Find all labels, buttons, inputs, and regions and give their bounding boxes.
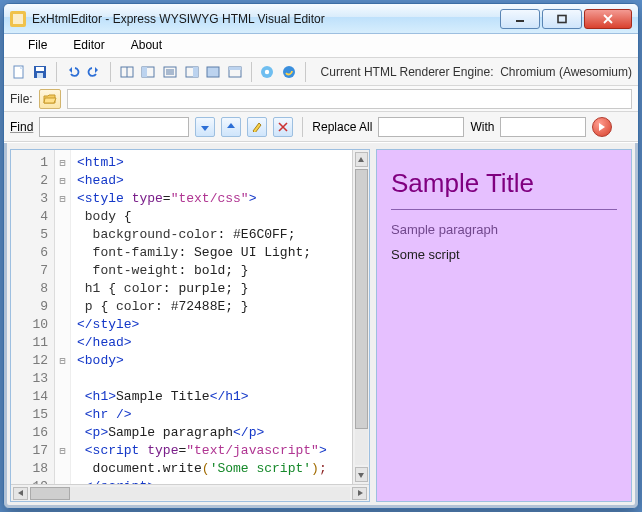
close-button[interactable] — [584, 9, 632, 29]
line-number-gutter: 123456789101112131415161718192021 — [11, 150, 55, 484]
toolbar-separator — [56, 62, 57, 82]
replace-go-button[interactable] — [592, 117, 612, 137]
toolbar-separator — [305, 62, 306, 82]
app-window: ExHtmlEditor - Express WYSIWYG HTML Visu… — [3, 3, 639, 509]
with-label: With — [470, 120, 494, 134]
menu-editor[interactable]: Editor — [61, 34, 116, 57]
maximize-button[interactable] — [542, 9, 582, 29]
find-next-button[interactable] — [195, 117, 215, 137]
svg-rect-5 — [36, 67, 44, 71]
preview-pane: Sample Title Sample paragraph Some scrip… — [376, 149, 632, 502]
svg-rect-2 — [558, 15, 566, 22]
layout-code-button[interactable] — [226, 62, 244, 82]
vertical-scrollbar[interactable] — [352, 150, 369, 484]
preview-heading: Sample Title — [391, 168, 617, 199]
minimize-button[interactable] — [500, 9, 540, 29]
layout-right-button[interactable] — [183, 62, 201, 82]
client-area: 123456789101112131415161718192021 ⊟⊟⊟ ⊟ … — [4, 142, 638, 508]
scroll-down-button[interactable] — [355, 467, 368, 482]
code-text[interactable]: <html> <head> <style type="text/css"> bo… — [71, 150, 352, 484]
svg-rect-13 — [193, 67, 198, 77]
scroll-track[interactable] — [30, 487, 350, 500]
layout-left-button[interactable] — [140, 62, 158, 82]
layout-full-button[interactable] — [204, 62, 222, 82]
toolbar-separator — [251, 62, 252, 82]
renderer-label: Current HTML Renderer Engine: — [321, 65, 494, 79]
titlebar[interactable]: ExHtmlEditor - Express WYSIWYG HTML Visu… — [4, 4, 638, 34]
undo-button[interactable] — [64, 62, 82, 82]
scroll-up-button[interactable] — [355, 152, 368, 167]
code-pane: 123456789101112131415161718192021 ⊟⊟⊟ ⊟ … — [10, 149, 370, 502]
layout-split-button[interactable] — [118, 62, 136, 82]
layout-lines-button[interactable] — [161, 62, 179, 82]
filebar: File: — [4, 86, 638, 112]
new-file-button[interactable] — [10, 62, 28, 82]
redo-button[interactable] — [86, 62, 104, 82]
file-path-input[interactable] — [67, 89, 632, 109]
folder-open-icon — [43, 93, 57, 105]
toolbar: Current HTML Renderer Engine: Chromium (… — [4, 58, 638, 86]
scroll-left-button[interactable] — [13, 487, 28, 500]
find-input[interactable] — [39, 117, 189, 137]
clear-find-button[interactable] — [273, 117, 293, 137]
svg-point-18 — [265, 69, 269, 73]
scroll-thumb[interactable] — [355, 169, 368, 429]
horizontal-scrollbar[interactable] — [11, 484, 369, 501]
preview-paragraph: Sample paragraph — [391, 222, 617, 237]
save-button[interactable] — [32, 62, 50, 82]
menubar: File Editor About — [4, 34, 638, 58]
svg-rect-14 — [207, 67, 219, 77]
scroll-right-button[interactable] — [352, 487, 367, 500]
app-icon — [10, 11, 26, 27]
renderer-status: Current HTML Renderer Engine: Chromium (… — [321, 65, 632, 79]
menu-about[interactable]: About — [119, 34, 174, 57]
with-input[interactable] — [500, 117, 586, 137]
preview-script-output: Some script — [391, 247, 617, 262]
find-label: Find — [10, 120, 33, 134]
replace-all-label: Replace All — [312, 120, 372, 134]
browser-ie-icon[interactable] — [280, 62, 298, 82]
toolbar-separator — [110, 62, 111, 82]
renderer-value: Chromium (Awesomium) — [500, 65, 632, 79]
findbar-separator — [302, 117, 303, 137]
svg-rect-1 — [13, 14, 23, 24]
find-prev-button[interactable] — [221, 117, 241, 137]
scroll-track[interactable] — [355, 169, 368, 465]
window-title: ExHtmlEditor - Express WYSIWYG HTML Visu… — [32, 12, 500, 26]
fold-gutter[interactable]: ⊟⊟⊟ ⊟ ⊟ — [55, 150, 71, 484]
findbar: Find Replace All With — [4, 112, 638, 142]
file-label: File: — [10, 92, 33, 106]
svg-rect-6 — [37, 73, 43, 78]
svg-rect-16 — [229, 67, 241, 70]
highlight-all-button[interactable] — [247, 117, 267, 137]
browser-chrome-icon[interactable] — [259, 62, 277, 82]
open-file-button[interactable] — [39, 89, 61, 109]
code-editor[interactable]: 123456789101112131415161718192021 ⊟⊟⊟ ⊟ … — [11, 150, 369, 484]
svg-point-19 — [283, 66, 295, 78]
menu-file[interactable]: File — [16, 34, 59, 57]
replace-input[interactable] — [378, 117, 464, 137]
svg-rect-10 — [142, 67, 147, 77]
preview-rule — [391, 209, 617, 210]
scroll-thumb[interactable] — [30, 487, 70, 500]
